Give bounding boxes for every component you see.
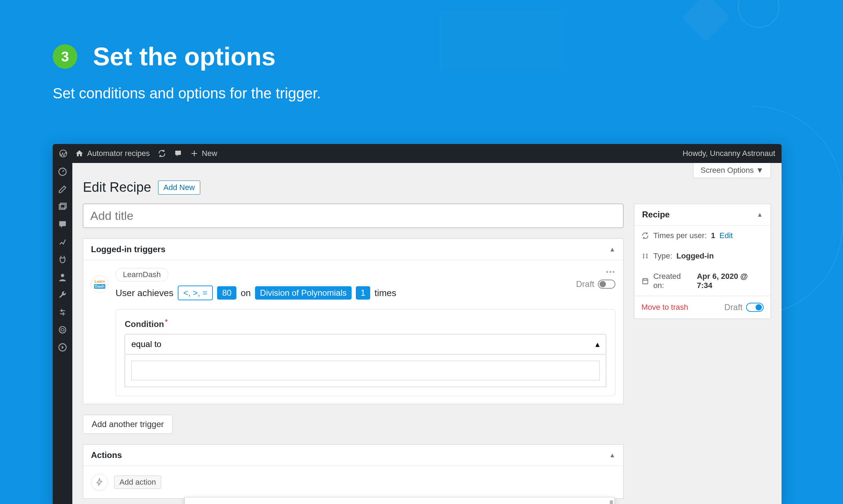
trigger-menu-icon[interactable]: ••• <box>606 268 615 276</box>
learndash-logo-icon: LearnDash <box>91 275 109 293</box>
condition-editor: Condition* equal to ▴ <box>116 309 615 396</box>
bg-decor-diamond <box>681 0 731 42</box>
recipe-meta-panel: Recipe ▲ Times per user: 1 Edit Type: Lo… <box>634 204 771 319</box>
integration-tag: LearnDash <box>116 268 168 281</box>
recipe-meta-created: Created on: Apr 6, 2020 @ 7:34 <box>634 266 771 296</box>
hero-title: Set the options <box>93 42 275 71</box>
lightning-icon <box>91 474 108 491</box>
trigger-status-toggle[interactable] <box>598 280 615 289</box>
recipe-meta-type: Type: Logged-in <box>634 246 771 266</box>
condition-token[interactable]: <, >, = <box>178 286 213 300</box>
condition-dropdown: not equal to less than greater than grea… <box>184 497 615 504</box>
sidebar-media[interactable] <box>53 198 72 216</box>
admin-bar-home-label: Automator recipes <box>87 149 150 158</box>
triggers-panel: Logged-in triggers ▲ ••• LearnDash Learn… <box>83 238 623 404</box>
add-action-button[interactable]: Add action <box>114 476 161 489</box>
dropdown-scrollbar[interactable] <box>610 500 613 504</box>
condition-select[interactable]: equal to ▴ <box>125 334 606 354</box>
move-to-trash-link[interactable]: Move to trash <box>641 303 688 312</box>
recipe-meta-header[interactable]: Recipe ▲ <box>634 204 771 225</box>
caret-down-icon: ▼ <box>756 166 764 175</box>
sidebar-dashboard[interactable] <box>53 163 72 181</box>
recipe-meta-title: Recipe <box>642 210 670 220</box>
svg-point-5 <box>59 327 66 333</box>
recipe-draft-label: Draft <box>724 302 743 312</box>
sidebar-automator[interactable] <box>53 321 72 339</box>
sidebar-users[interactable] <box>53 268 72 286</box>
plus-icon <box>190 149 198 158</box>
add-trigger-button[interactable]: Add another trigger <box>83 415 172 434</box>
wp-admin-bar: Automator recipes New Howdy, Uncanny Ast… <box>53 144 782 163</box>
sidebar-settings[interactable] <box>53 303 72 321</box>
screen-options-button[interactable]: Screen Options ▼ <box>693 163 771 178</box>
created-label: Created on: <box>653 272 693 290</box>
type-value: Logged-in <box>677 251 714 261</box>
quiz-token[interactable]: Division of Polynomials <box>255 286 352 300</box>
comment-icon[interactable] <box>174 149 182 158</box>
condition-search-wrap <box>125 354 606 387</box>
step-number-badge: 3 <box>53 44 77 69</box>
actions-panel: Actions ▲ Add action <box>83 444 623 499</box>
sidebar-appearance[interactable] <box>53 233 72 251</box>
created-value: Apr 6, 2020 @ 7:34 <box>697 272 764 290</box>
caret-up-icon: ▲ <box>757 211 763 218</box>
wordpress-logo-icon[interactable] <box>59 149 67 158</box>
sentence-on: on <box>241 288 251 299</box>
chevron-up-icon: ▴ <box>595 339 600 349</box>
condition-field-label: Condition <box>125 319 164 329</box>
score-token[interactable]: 80 <box>217 286 236 300</box>
screen-options-label: Screen Options <box>700 166 754 175</box>
times-label: Times per user: <box>653 231 707 240</box>
count-token[interactable]: 1 <box>356 286 370 300</box>
actions-panel-header[interactable]: Actions ▲ <box>83 445 623 466</box>
refresh-icon[interactable] <box>158 149 166 158</box>
caret-up-icon: ▲ <box>609 246 615 253</box>
sentence-times: times <box>374 288 396 299</box>
condition-selected-value: equal to <box>131 339 161 349</box>
times-value: 1 <box>711 231 715 240</box>
actions-panel-title: Actions <box>91 450 122 460</box>
refresh-icon <box>641 232 649 240</box>
admin-bar-new-label: New <box>202 149 217 158</box>
svg-point-4 <box>61 274 64 277</box>
add-new-button[interactable]: Add New <box>158 181 200 195</box>
caret-up-icon: ▲ <box>609 452 615 459</box>
main-content: Screen Options ▼ Edit Recipe Add New Log… <box>72 163 782 504</box>
sidebar-collapse[interactable] <box>53 339 72 356</box>
bg-decor-rect <box>439 11 562 70</box>
admin-bar-new[interactable]: New <box>190 149 217 158</box>
calendar-icon <box>641 277 649 285</box>
bg-decor-circle <box>738 0 780 28</box>
page-title: Edit Recipe <box>83 180 151 195</box>
hero-section: 3 Set the options Set conditions and opt… <box>53 42 321 102</box>
sidebar-posts[interactable] <box>53 181 72 198</box>
sidebar-tools[interactable] <box>53 286 72 303</box>
hero-subtitle: Set conditions and options for the trigg… <box>53 85 321 102</box>
recipe-meta-times: Times per user: 1 Edit <box>634 225 771 246</box>
admin-bar-howdy[interactable]: Howdy, Uncanny Astronaut <box>682 149 775 158</box>
trigger-draft-status: Draft <box>576 279 615 289</box>
dropdown-option[interactable]: not equal to <box>185 497 614 504</box>
sentence-pre: User achieves <box>116 288 174 299</box>
home-icon <box>75 149 84 158</box>
triggers-panel-header[interactable]: Logged-in triggers ▲ <box>83 239 623 260</box>
admin-bar-home[interactable]: Automator recipes <box>75 149 150 158</box>
times-edit-link[interactable]: Edit <box>719 231 733 240</box>
wp-admin-sidebar <box>53 163 72 504</box>
trigger-draft-label: Draft <box>576 279 594 289</box>
recipe-title-input[interactable] <box>83 204 623 228</box>
svg-rect-7 <box>643 279 648 284</box>
type-label: Type: <box>653 251 672 261</box>
app-window: Automator recipes New Howdy, Uncanny Ast… <box>53 144 782 504</box>
required-asterisk: * <box>165 318 168 325</box>
sidebar-plugins[interactable] <box>53 251 72 268</box>
triggers-panel-title: Logged-in triggers <box>91 244 165 254</box>
condition-search-input[interactable] <box>131 361 600 380</box>
recipe-status-toggle[interactable] <box>746 303 764 312</box>
type-icon <box>641 252 649 260</box>
sidebar-comments[interactable] <box>53 216 72 233</box>
